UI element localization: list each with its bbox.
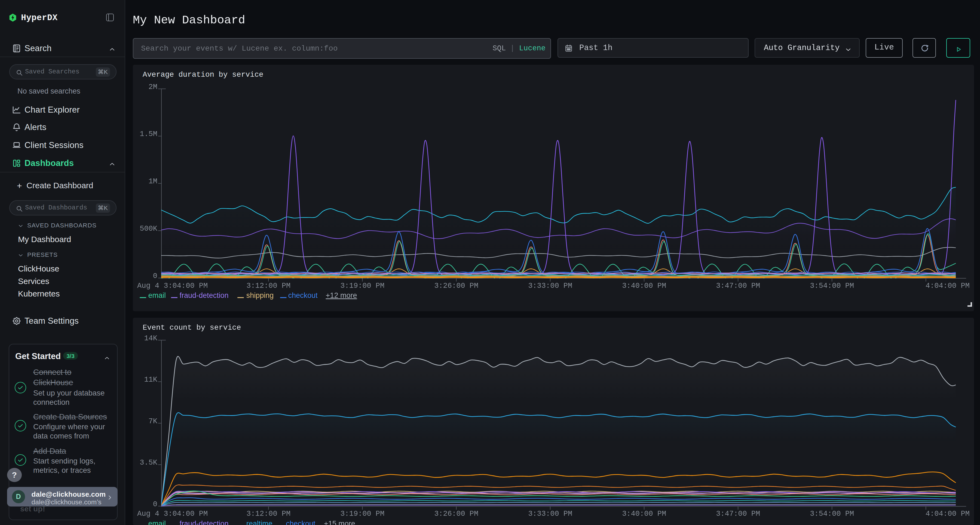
svg-text:3:54:00 PM: 3:54:00 PM [810,282,854,290]
svg-text:0: 0 [153,500,157,508]
svg-text:500K: 500K [139,225,158,233]
svg-text:4:04:00 PM: 4:04:00 PM [925,282,969,290]
svg-text:3:47:00 PM: 3:47:00 PM [716,510,760,518]
svg-text:1.5M: 1.5M [139,130,157,138]
svg-text:7K: 7K [148,417,158,425]
svg-text:3:33:00 PM: 3:33:00 PM [528,282,572,290]
svg-text:realtime: realtime [246,520,272,525]
svg-text:3:26:00 PM: 3:26:00 PM [434,510,478,518]
svg-text:3:40:00 PM: 3:40:00 PM [622,510,666,518]
svg-text:3:40:00 PM: 3:40:00 PM [622,282,666,290]
svg-text:checkout: checkout [288,291,317,300]
svg-text:3:26:00 PM: 3:26:00 PM [434,282,478,290]
svg-text:email: email [148,291,165,300]
svg-text:email: email [148,520,165,525]
svg-text:4:04:00 PM: 4:04:00 PM [925,510,969,518]
svg-text:3:19:00 PM: 3:19:00 PM [340,282,384,290]
svg-text:checkout: checkout [286,520,315,525]
svg-text:Aug 4 3:04:00 PM: Aug 4 3:04:00 PM [137,510,207,518]
svg-text:3:47:00 PM: 3:47:00 PM [716,282,760,290]
svg-text:Aug 4 3:04:00 PM: Aug 4 3:04:00 PM [137,282,207,290]
svg-text:3:12:00 PM: 3:12:00 PM [246,510,290,518]
svg-text:2M: 2M [148,83,157,91]
svg-text:1M: 1M [148,178,157,186]
svg-text:+15 more: +15 more [324,520,355,525]
svg-text:11K: 11K [144,376,157,384]
svg-text:14K: 14K [144,334,157,343]
svg-text:3.5K: 3.5K [139,458,158,467]
svg-text:shipping: shipping [246,291,274,300]
svg-text:+12 more: +12 more [326,291,357,300]
svg-text:fraud-detection: fraud-detection [179,520,228,525]
svg-text:3:12:00 PM: 3:12:00 PM [246,282,290,290]
svg-text:3:33:00 PM: 3:33:00 PM [528,510,572,518]
svg-text:3:54:00 PM: 3:54:00 PM [810,510,854,518]
svg-text:0: 0 [153,272,157,280]
svg-text:fraud-detection: fraud-detection [179,291,228,300]
svg-text:3:19:00 PM: 3:19:00 PM [340,510,384,518]
